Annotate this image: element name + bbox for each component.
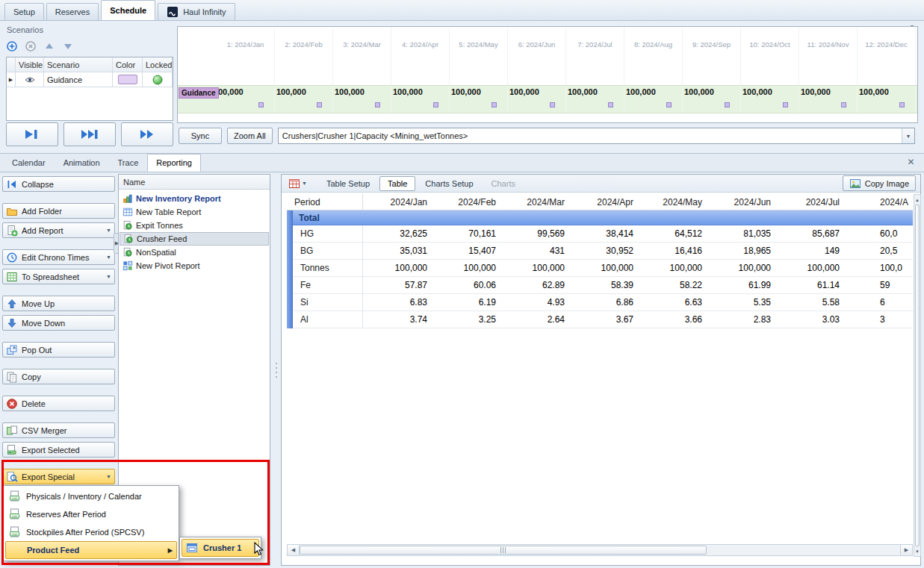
- timeline-marker[interactable]: [841, 102, 846, 107]
- sync-button[interactable]: Sync: [179, 128, 222, 144]
- collapse-button[interactable]: Collapse: [2, 176, 115, 192]
- chevron-down-icon[interactable]: ▼: [902, 128, 914, 143]
- delete-button[interactable]: Delete: [2, 396, 115, 411]
- copy-button[interactable]: Copy: [2, 369, 115, 384]
- scroll-up-icon[interactable]: ▲: [914, 195, 920, 205]
- scenario-cell[interactable]: [16, 72, 44, 87]
- menu-item-physicals-inventory-calendar[interactable]: csvPhysicals / Inventory / Calendar: [5, 487, 177, 505]
- table-options-button[interactable]: ▼: [286, 177, 309, 190]
- play-to-next-button[interactable]: [6, 122, 58, 146]
- table-row[interactable]: Fe57.8760.0662.8958.3958.2261.9961.1459: [293, 277, 913, 294]
- scenarios-grid-header: VisibleScenarioColorLocked: [7, 57, 173, 72]
- panel-splitter[interactable]: [275, 360, 278, 382]
- timeline-marker[interactable]: [492, 102, 497, 107]
- timeline-marker[interactable]: [433, 102, 438, 107]
- tab-table-setup[interactable]: Table Setup: [318, 176, 378, 191]
- table-row[interactable]: Si6.836.194.936.866.635.355.586: [293, 294, 913, 311]
- tree-column-header[interactable]: Name: [119, 175, 270, 190]
- play-to-end-button[interactable]: [63, 122, 116, 146]
- scroll-down-icon[interactable]: ▼: [914, 546, 920, 556]
- menu-item-product-feed[interactable]: Product Feed▶: [5, 541, 177, 559]
- scroll-right-icon[interactable]: ▶: [900, 545, 912, 555]
- timeline-marker[interactable]: [608, 102, 613, 107]
- scenario-cell[interactable]: [143, 72, 173, 87]
- report-item-new-inventory-report[interactable]: New Inventory Report: [120, 192, 269, 205]
- tab-table[interactable]: Table: [379, 176, 415, 191]
- delete-scenario-button[interactable]: [25, 39, 37, 54]
- move-up-button[interactable]: Move Up: [2, 296, 115, 311]
- report-item-nonspatial[interactable]: NonSpatial: [120, 246, 269, 259]
- table-row[interactable]: HG32,62570,16199,56938,41464,51281,03585…: [293, 225, 913, 243]
- zoom-all-button[interactable]: Zoom All: [227, 128, 273, 144]
- export-special-button[interactable]: Export Special▼: [2, 469, 115, 484]
- timeline-value: 100,000: [626, 87, 656, 96]
- scenario-row[interactable]: ▶Guidance: [7, 72, 173, 87]
- series-selector[interactable]: Crushers|Crusher 1|Capacity <Mining_wetT…: [278, 128, 915, 144]
- scenario-cell[interactable]: [113, 72, 143, 87]
- scrollbar-thumb[interactable]: [915, 205, 920, 546]
- timeline-marker[interactable]: [783, 102, 788, 107]
- column-header-period[interactable]: Period: [287, 194, 363, 210]
- timeline-marker[interactable]: [317, 102, 322, 107]
- report-item-expit-tonnes[interactable]: Expit Tonnes: [120, 219, 269, 232]
- column-header-2024-mar[interactable]: 2024/Mar: [500, 194, 569, 210]
- horizontal-scrollbar[interactable]: ◀ ▶: [287, 544, 913, 556]
- tab-animation[interactable]: Animation: [55, 154, 109, 172]
- tab-charts-setup[interactable]: Charts Setup: [417, 176, 481, 191]
- move-down-button[interactable]: Move Down: [2, 315, 115, 331]
- add-scenario-button[interactable]: [6, 39, 18, 54]
- report-item-new-pivot-report[interactable]: New Pivot Report: [120, 259, 269, 272]
- timeline-marker[interactable]: [375, 102, 380, 107]
- timeline-marker[interactable]: [725, 102, 730, 107]
- tab-calendar[interactable]: Calendar: [3, 154, 55, 172]
- total-group-row[interactable]: Total: [293, 210, 913, 225]
- pop-out-button[interactable]: Pop Out: [2, 342, 115, 358]
- tab-charts[interactable]: Charts: [483, 176, 524, 191]
- menu-item-reserves-after-period[interactable]: csvReserves After Period: [5, 505, 177, 523]
- tab-reporting[interactable]: Reporting: [147, 154, 201, 172]
- scrollbar-thumb[interactable]: [300, 546, 707, 555]
- tab-setup[interactable]: Setup: [4, 3, 44, 20]
- csv-merger-button[interactable]: CSV Merger: [2, 422, 115, 438]
- move-scenario-up-button[interactable]: [43, 39, 55, 54]
- column-header-2024-feb[interactable]: 2024/Feb: [432, 194, 500, 210]
- inventory-report-icon: [123, 193, 133, 204]
- tab-trace[interactable]: Trace: [109, 154, 148, 172]
- play-button[interactable]: [121, 122, 173, 146]
- column-header-2024-jun[interactable]: 2024/Jun: [707, 194, 775, 210]
- menu-item-stockpiles-after-period-spcsv[interactable]: csvStockpiles After Period (SPCSV): [5, 523, 177, 541]
- column-header-2024-jan[interactable]: 2024/Jan: [363, 194, 432, 210]
- submenu-item-crusher-1[interactable]: Crusher 1: [182, 539, 259, 557]
- add-report-button[interactable]: Add Report▼: [2, 222, 115, 238]
- add-folder-button[interactable]: Add Folder: [2, 203, 115, 219]
- move-scenario-down-button[interactable]: [62, 39, 74, 54]
- timeline-value-cell: 100,000: [858, 86, 916, 113]
- scroll-left-icon[interactable]: ◀: [288, 545, 300, 555]
- tab-reserves[interactable]: Reserves: [46, 3, 99, 20]
- scenario-color-swatch[interactable]: [118, 75, 137, 84]
- copy-image-button[interactable]: Copy Image: [843, 175, 916, 191]
- report-item-new-table-report[interactable]: New Table Report: [120, 205, 269, 219]
- scenario-cell[interactable]: Guidance: [44, 72, 113, 87]
- timeline-marker[interactable]: [899, 102, 905, 107]
- column-header-2024-a[interactable]: 2024/A: [844, 194, 913, 210]
- table-row[interactable]: Tonnes100,000100,000100,000100,000100,00…: [293, 260, 913, 277]
- tab-schedule[interactable]: Schedule: [101, 0, 155, 20]
- to-spreadsheet-button[interactable]: To Spreadsheet▼: [2, 269, 115, 284]
- edit-chrono-times-button[interactable]: Edit Chrono Times▼: [2, 249, 115, 265]
- export-selected-button[interactable]: CSVExport Selected: [2, 442, 115, 458]
- timeline-marker[interactable]: [258, 102, 264, 107]
- column-header-2024-jul[interactable]: 2024/Jul: [775, 194, 844, 210]
- table-row[interactable]: BG35,03115,40743130,95216,41618,96514920…: [293, 243, 913, 260]
- column-header-2024-may[interactable]: 2024/May: [638, 194, 707, 210]
- timeline-value: 100,000: [335, 87, 365, 96]
- column-header-2024-apr[interactable]: 2024/Apr: [569, 194, 638, 210]
- timeline-marker[interactable]: [666, 102, 672, 107]
- report-item-crusher-feed[interactable]: Crusher Feed: [120, 232, 269, 246]
- vertical-scrollbar[interactable]: ▲ ▼: [914, 194, 921, 557]
- table-row[interactable]: Al3.743.252.643.673.662.833.033: [293, 311, 913, 328]
- timeline-marker[interactable]: [550, 102, 555, 107]
- close-icon[interactable]: ✕: [905, 156, 917, 167]
- add-report-icon: [6, 225, 18, 237]
- tab-haul-infinity[interactable]: Haul Infinity: [158, 3, 235, 20]
